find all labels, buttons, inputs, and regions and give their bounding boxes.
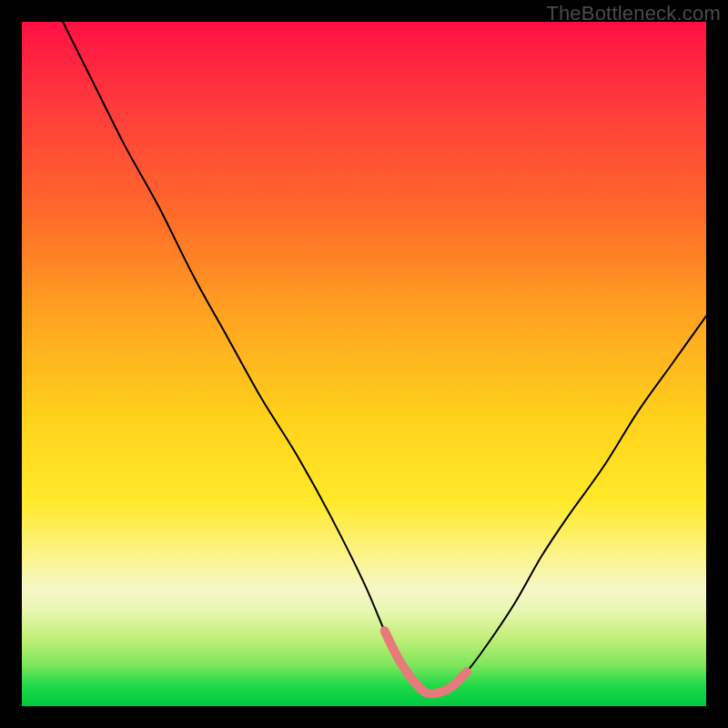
watermark-text: TheBottleneck.com xyxy=(546,2,721,25)
plot-area xyxy=(22,22,706,706)
optimal-range-marker xyxy=(385,631,467,693)
bottleneck-curve xyxy=(63,22,706,693)
curve-overlay xyxy=(22,22,706,706)
chart-frame: TheBottleneck.com xyxy=(0,0,728,728)
